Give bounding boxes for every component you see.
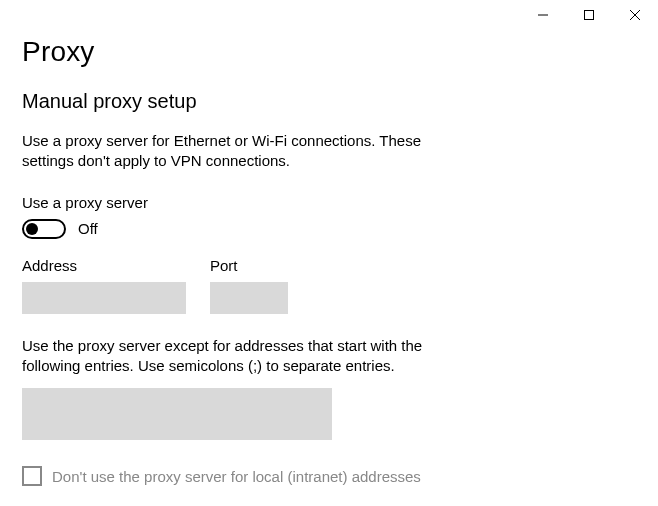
port-field-group: Port [210,257,288,314]
exceptions-description: Use the proxy server except for addresse… [22,336,462,377]
svg-rect-1 [585,11,594,20]
section-description: Use a proxy server for Ethernet or Wi-Fi… [22,131,452,172]
maximize-button[interactable] [566,0,612,30]
settings-content: Proxy Manual proxy setup Use a proxy ser… [0,0,658,506]
port-label: Port [210,257,288,274]
use-proxy-status: Off [78,220,98,237]
toggle-knob-icon [26,223,38,235]
exceptions-input[interactable] [22,388,332,440]
close-button[interactable] [612,0,658,30]
address-input[interactable] [22,282,186,314]
minimize-button[interactable] [520,0,566,30]
bypass-local-row: Don't use the proxy server for local (in… [22,466,636,486]
use-proxy-toggle[interactable] [22,219,66,239]
use-proxy-toggle-row: Off [22,219,636,239]
bypass-local-label: Don't use the proxy server for local (in… [52,468,421,485]
bypass-local-checkbox[interactable] [22,466,42,486]
port-input[interactable] [210,282,288,314]
window-caption-controls [520,0,658,30]
address-field-group: Address [22,257,186,314]
address-port-row: Address Port [22,257,636,314]
use-proxy-label: Use a proxy server [22,194,636,211]
section-title: Manual proxy setup [22,90,636,113]
address-label: Address [22,257,186,274]
page-title: Proxy [22,36,636,68]
